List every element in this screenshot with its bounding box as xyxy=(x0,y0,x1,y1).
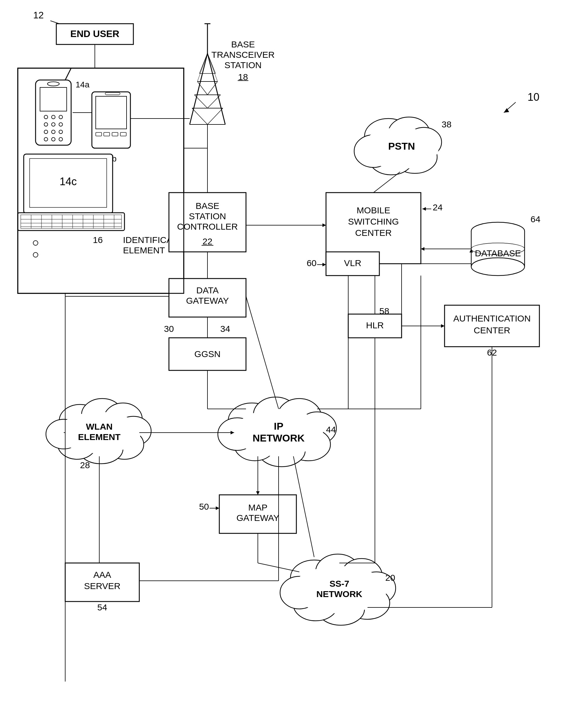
svg-point-19 xyxy=(59,130,63,134)
ip-label1: IP xyxy=(274,421,283,432)
ref-34: 34 xyxy=(220,324,230,334)
ref-30: 30 xyxy=(164,324,174,334)
bsc-label2: STATION xyxy=(189,211,226,221)
ref-14c-label: 14c xyxy=(60,175,77,188)
ref-20: 20 xyxy=(385,573,395,582)
svg-point-12 xyxy=(51,115,55,119)
end-user-label: END USER xyxy=(70,28,119,39)
msc-label3: CENTER xyxy=(355,228,392,238)
vlr-label: VLR xyxy=(344,258,361,268)
svg-point-16 xyxy=(59,123,63,126)
bsc-label1: BASE xyxy=(196,201,219,211)
id-element-label2: ELEMENT xyxy=(123,245,165,255)
svg-point-47 xyxy=(33,240,38,245)
svg-point-18 xyxy=(51,130,55,134)
bts-label3: STATION xyxy=(224,60,262,70)
diagram-container: 10 12 END USER 14a xyxy=(0,0,588,723)
svg-point-94 xyxy=(471,258,525,276)
ss7-label2: NETWORK xyxy=(316,589,362,599)
svg-rect-26 xyxy=(96,132,102,136)
svg-point-21 xyxy=(51,137,55,141)
ref-16: 16 xyxy=(93,235,103,245)
bsc-label3: CONTROLLER xyxy=(177,221,238,231)
ref-58: 58 xyxy=(379,306,389,316)
bts-label1: BASE xyxy=(231,39,255,49)
hlr-label: HLR xyxy=(366,320,384,330)
map-label1: MAP xyxy=(248,503,267,512)
svg-rect-28 xyxy=(112,132,118,136)
ref-44: 44 xyxy=(326,425,336,434)
svg-point-48 xyxy=(33,253,38,257)
svg-point-22 xyxy=(59,137,63,141)
svg-rect-34 xyxy=(21,215,122,229)
ggsn-label: GGSN xyxy=(194,349,220,359)
bts-label2: TRANSCEIVER xyxy=(211,50,274,60)
ref-38: 38 xyxy=(442,120,451,129)
pstn-label: PSTN xyxy=(388,141,415,152)
svg-point-17 xyxy=(44,130,48,134)
ref-10: 10 xyxy=(528,91,539,103)
svg-point-20 xyxy=(44,137,48,141)
svg-point-11 xyxy=(44,115,48,119)
auth-label2: CENTER xyxy=(474,325,510,335)
dg-label1: DATA xyxy=(196,285,219,295)
svg-rect-25 xyxy=(96,96,127,129)
svg-point-15 xyxy=(51,123,55,126)
svg-rect-29 xyxy=(120,132,126,136)
aaa-label1: AAA xyxy=(93,570,111,580)
ref-50: 50 xyxy=(199,502,209,511)
dg-label2: GATEWAY xyxy=(186,296,229,305)
ref-28: 28 xyxy=(80,460,90,470)
ss7-label1: SS-7 xyxy=(330,579,350,589)
ref-54: 54 xyxy=(97,602,107,612)
ref-12: 12 xyxy=(33,10,44,20)
wlan-label2: ELEMENT xyxy=(78,432,120,442)
aaa-label2: SERVER xyxy=(84,581,121,591)
map-label2: GATEWAY xyxy=(236,513,279,523)
ip-label2: NETWORK xyxy=(253,432,305,444)
network-diagram: 10 12 END USER 14a xyxy=(0,0,588,723)
svg-point-14 xyxy=(44,123,48,126)
svg-point-10 xyxy=(47,82,59,86)
msc-label1: MOBILE xyxy=(357,205,390,215)
svg-rect-30 xyxy=(105,92,120,95)
ref-64: 64 xyxy=(530,214,540,224)
ref-14a: 14a xyxy=(76,80,89,89)
ref-22: 22 xyxy=(203,236,212,246)
svg-point-13 xyxy=(59,115,63,119)
msc-label2: SWITCHING xyxy=(348,217,399,226)
svg-rect-9 xyxy=(40,87,67,111)
auth-label1: AUTHENTICATION xyxy=(453,314,530,323)
wlan-label1: WLAN xyxy=(86,422,112,431)
ref-60: 60 xyxy=(307,258,316,268)
ref-24: 24 xyxy=(433,203,442,212)
svg-rect-27 xyxy=(104,132,110,136)
database-label: DATABASE xyxy=(475,248,521,258)
